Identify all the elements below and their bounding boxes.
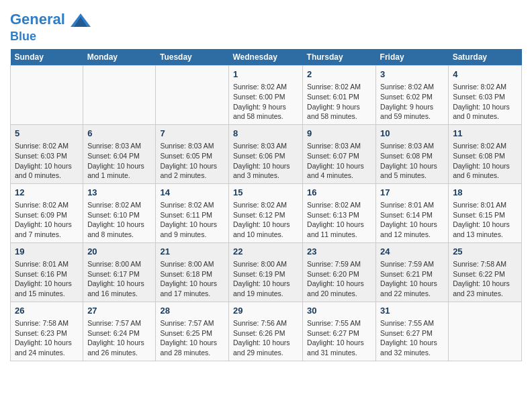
calendar-cell: 26Sunrise: 7:58 AM Sunset: 6:23 PM Dayli…: [11, 302, 83, 361]
calendar-cell: 19Sunrise: 8:01 AM Sunset: 6:16 PM Dayli…: [11, 242, 83, 302]
day-number: 2: [307, 68, 371, 81]
day-number: 10: [380, 128, 444, 140]
day-number: 25: [453, 246, 517, 258]
calendar-week-row: 12Sunrise: 8:02 AM Sunset: 6:09 PM Dayli…: [11, 183, 522, 242]
calendar-cell: 16Sunrise: 8:02 AM Sunset: 6:13 PM Dayli…: [303, 183, 376, 242]
day-info: Sunrise: 8:00 AM Sunset: 6:19 PM Dayligh…: [233, 259, 298, 299]
day-number: 26: [15, 305, 79, 317]
day-info: Sunrise: 7:55 AM Sunset: 6:27 PM Dayligh…: [307, 318, 371, 358]
calendar-cell: 21Sunrise: 8:00 AM Sunset: 6:18 PM Dayli…: [156, 242, 229, 302]
day-number: 12: [15, 187, 79, 199]
calendar-cell: 25Sunrise: 7:58 AM Sunset: 6:22 PM Dayli…: [449, 242, 522, 302]
calendar-cell: 17Sunrise: 8:01 AM Sunset: 6:14 PM Dayli…: [376, 183, 449, 242]
calendar-cell: 20Sunrise: 8:00 AM Sunset: 6:17 PM Dayli…: [83, 242, 156, 302]
calendar-cell: 11Sunrise: 8:02 AM Sunset: 6:08 PM Dayli…: [449, 124, 522, 183]
day-number: 30: [307, 305, 371, 317]
calendar-cell: 27Sunrise: 7:57 AM Sunset: 6:24 PM Dayli…: [83, 302, 156, 361]
calendar-cell: 9Sunrise: 8:03 AM Sunset: 6:07 PM Daylig…: [303, 124, 376, 183]
calendar-cell: [83, 66, 156, 125]
calendar-cell: [11, 66, 83, 125]
weekday-header-wednesday: Wednesday: [228, 49, 302, 66]
day-info: Sunrise: 7:59 AM Sunset: 6:21 PM Dayligh…: [380, 259, 444, 299]
calendar-cell: 14Sunrise: 8:02 AM Sunset: 6:11 PM Dayli…: [156, 183, 229, 242]
day-number: 29: [233, 305, 298, 317]
weekday-header-sunday: Sunday: [11, 49, 83, 66]
calendar-cell: 12Sunrise: 8:02 AM Sunset: 6:09 PM Dayli…: [11, 183, 83, 242]
calendar-cell: 29Sunrise: 7:56 AM Sunset: 6:26 PM Dayli…: [228, 302, 302, 361]
day-number: 27: [87, 305, 151, 317]
calendar-cell: [449, 302, 522, 361]
calendar-cell: 4Sunrise: 8:02 AM Sunset: 6:03 PM Daylig…: [449, 66, 522, 125]
day-info: Sunrise: 8:03 AM Sunset: 6:08 PM Dayligh…: [380, 141, 444, 181]
calendar-week-row: 5Sunrise: 8:02 AM Sunset: 6:03 PM Daylig…: [11, 124, 522, 183]
day-info: Sunrise: 7:59 AM Sunset: 6:20 PM Dayligh…: [307, 259, 371, 299]
calendar-cell: [156, 66, 229, 125]
page-header: General Blue: [10, 10, 522, 42]
day-number: 14: [160, 187, 224, 199]
calendar-cell: 10Sunrise: 8:03 AM Sunset: 6:08 PM Dayli…: [376, 124, 449, 183]
day-number: 22: [233, 246, 298, 258]
day-info: Sunrise: 7:56 AM Sunset: 6:26 PM Dayligh…: [233, 318, 298, 358]
day-info: Sunrise: 8:02 AM Sunset: 6:01 PM Dayligh…: [307, 82, 371, 122]
calendar-cell: 23Sunrise: 7:59 AM Sunset: 6:20 PM Dayli…: [303, 242, 376, 302]
logo-text: General: [10, 10, 91, 30]
calendar-cell: 24Sunrise: 7:59 AM Sunset: 6:21 PM Dayli…: [376, 242, 449, 302]
weekday-header-saturday: Saturday: [449, 49, 522, 66]
weekday-header-friday: Friday: [376, 49, 449, 66]
calendar-cell: 1Sunrise: 8:02 AM Sunset: 6:00 PM Daylig…: [228, 66, 302, 125]
day-info: Sunrise: 8:02 AM Sunset: 6:10 PM Dayligh…: [87, 200, 151, 240]
day-info: Sunrise: 8:02 AM Sunset: 6:12 PM Dayligh…: [233, 200, 298, 240]
day-number: 1: [233, 68, 298, 81]
day-number: 15: [233, 187, 298, 199]
calendar-week-row: 1Sunrise: 8:02 AM Sunset: 6:00 PM Daylig…: [11, 66, 522, 125]
calendar-week-row: 19Sunrise: 8:01 AM Sunset: 6:16 PM Dayli…: [11, 242, 522, 302]
weekday-header-row: SundayMondayTuesdayWednesdayThursdayFrid…: [11, 49, 522, 66]
day-info: Sunrise: 7:55 AM Sunset: 6:27 PM Dayligh…: [380, 318, 444, 358]
calendar-week-row: 26Sunrise: 7:58 AM Sunset: 6:23 PM Dayli…: [11, 302, 522, 361]
logo-blue: Blue: [10, 30, 91, 42]
day-number: 23: [307, 246, 371, 258]
day-info: Sunrise: 8:03 AM Sunset: 6:07 PM Dayligh…: [307, 141, 371, 181]
day-info: Sunrise: 8:01 AM Sunset: 6:14 PM Dayligh…: [380, 200, 444, 240]
day-number: 3: [380, 68, 444, 81]
day-number: 20: [87, 246, 151, 258]
day-number: 9: [307, 128, 371, 140]
day-info: Sunrise: 8:02 AM Sunset: 6:00 PM Dayligh…: [233, 82, 298, 122]
calendar-cell: 30Sunrise: 7:55 AM Sunset: 6:27 PM Dayli…: [303, 302, 376, 361]
calendar-cell: 13Sunrise: 8:02 AM Sunset: 6:10 PM Dayli…: [83, 183, 156, 242]
calendar-table: SundayMondayTuesdayWednesdayThursdayFrid…: [10, 49, 522, 361]
calendar-cell: 8Sunrise: 8:03 AM Sunset: 6:06 PM Daylig…: [228, 124, 302, 183]
day-info: Sunrise: 8:01 AM Sunset: 6:15 PM Dayligh…: [453, 200, 517, 240]
day-info: Sunrise: 8:02 AM Sunset: 6:13 PM Dayligh…: [307, 200, 371, 240]
calendar-cell: 22Sunrise: 8:00 AM Sunset: 6:19 PM Dayli…: [228, 242, 302, 302]
calendar-cell: 28Sunrise: 7:57 AM Sunset: 6:25 PM Dayli…: [156, 302, 229, 361]
logo: General Blue: [10, 10, 91, 42]
day-info: Sunrise: 8:02 AM Sunset: 6:08 PM Dayligh…: [453, 141, 517, 181]
day-number: 28: [160, 305, 224, 317]
day-info: Sunrise: 7:58 AM Sunset: 6:22 PM Dayligh…: [453, 259, 517, 299]
calendar-cell: 5Sunrise: 8:02 AM Sunset: 6:03 PM Daylig…: [11, 124, 83, 183]
day-number: 31: [380, 305, 444, 317]
calendar-cell: 31Sunrise: 7:55 AM Sunset: 6:27 PM Dayli…: [376, 302, 449, 361]
day-info: Sunrise: 7:57 AM Sunset: 6:24 PM Dayligh…: [87, 318, 151, 358]
day-info: Sunrise: 8:03 AM Sunset: 6:05 PM Dayligh…: [160, 141, 224, 181]
calendar-cell: 2Sunrise: 8:02 AM Sunset: 6:01 PM Daylig…: [303, 66, 376, 125]
day-number: 7: [160, 128, 224, 140]
day-info: Sunrise: 8:02 AM Sunset: 6:03 PM Dayligh…: [15, 141, 79, 181]
weekday-header-thursday: Thursday: [303, 49, 376, 66]
day-number: 5: [15, 128, 79, 140]
day-number: 8: [233, 128, 298, 140]
day-number: 6: [87, 128, 151, 140]
day-info: Sunrise: 8:00 AM Sunset: 6:18 PM Dayligh…: [160, 259, 224, 299]
calendar-cell: 7Sunrise: 8:03 AM Sunset: 6:05 PM Daylig…: [156, 124, 229, 183]
day-info: Sunrise: 8:02 AM Sunset: 6:03 PM Dayligh…: [453, 82, 517, 122]
day-number: 24: [380, 246, 444, 258]
calendar-cell: 6Sunrise: 8:03 AM Sunset: 6:04 PM Daylig…: [83, 124, 156, 183]
calendar-cell: 15Sunrise: 8:02 AM Sunset: 6:12 PM Dayli…: [228, 183, 302, 242]
day-info: Sunrise: 8:03 AM Sunset: 6:06 PM Dayligh…: [233, 141, 298, 181]
day-info: Sunrise: 7:58 AM Sunset: 6:23 PM Dayligh…: [15, 318, 79, 358]
day-number: 21: [160, 246, 224, 258]
day-info: Sunrise: 8:02 AM Sunset: 6:11 PM Dayligh…: [160, 200, 224, 240]
day-info: Sunrise: 8:02 AM Sunset: 6:02 PM Dayligh…: [380, 82, 444, 122]
calendar-cell: 18Sunrise: 8:01 AM Sunset: 6:15 PM Dayli…: [449, 183, 522, 242]
